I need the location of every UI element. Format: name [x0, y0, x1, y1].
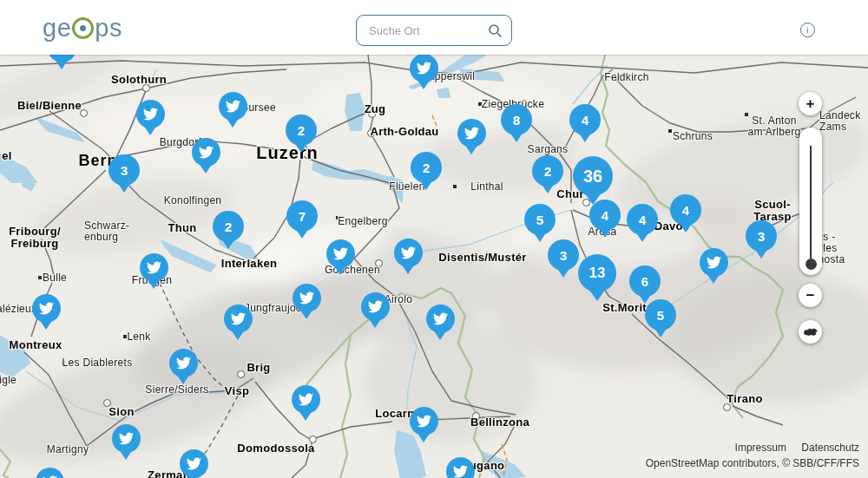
tweet-marker[interactable]: [169, 349, 198, 384]
map-label: Schruns: [673, 131, 713, 142]
cluster-count: 4: [639, 213, 646, 227]
twitter-bird-icon: [299, 291, 314, 305]
tweet-marker[interactable]: [140, 253, 168, 289]
cluster-marker[interactable]: 7: [286, 200, 318, 239]
cluster-count: 3: [758, 229, 765, 244]
map-label: Domodossola: [237, 442, 314, 455]
tweet-marker[interactable]: [36, 468, 64, 478]
zoom-slider-handle[interactable]: [806, 259, 817, 270]
cluster-count: 2: [544, 164, 551, 179]
zoom-in-button[interactable]: +: [799, 92, 822, 115]
map-label: Biel/Bienne: [17, 100, 82, 112]
tweet-marker[interactable]: [426, 304, 455, 340]
tweet-marker[interactable]: [136, 100, 165, 135]
tweet-marker[interactable]: [292, 385, 320, 421]
cluster-marker[interactable]: 4: [670, 194, 701, 232]
cluster-count: 36: [583, 167, 602, 187]
twitter-bird-icon: [401, 246, 416, 260]
datenschutz-link[interactable]: Datenschutz: [801, 442, 859, 454]
cluster-marker[interactable]: 2: [411, 152, 442, 190]
map-label: Arth-Goldau: [370, 126, 438, 138]
impressum-link[interactable]: Impressum: [735, 442, 786, 454]
tweet-marker[interactable]: [410, 407, 438, 442]
twitter-bird-icon: [433, 311, 448, 326]
geops-ring-dot: [80, 25, 86, 31]
tweet-marker[interactable]: [224, 304, 253, 340]
cluster-marker[interactable]: 3: [108, 154, 140, 193]
cluster-count: 2: [298, 123, 305, 138]
map-canvas[interactable]: SolothurnBiel/BienneBernLuzernZugArth-Go…: [0, 55, 868, 478]
map-label: Landeck Zams: [819, 110, 860, 133]
tweet-marker[interactable]: [48, 55, 76, 69]
twitter-bird-icon: [55, 55, 69, 56]
cluster-marker[interactable]: 8: [501, 104, 532, 142]
map-label: Thun: [168, 222, 197, 234]
cluster-marker[interactable]: 5: [524, 204, 556, 242]
cluster-marker[interactable]: 36: [573, 156, 613, 205]
search-input[interactable]: [367, 23, 488, 38]
map-label: Feldkirch: [604, 72, 648, 83]
twitter-bird-icon: [453, 464, 468, 478]
cluster-marker[interactable]: 4: [569, 104, 601, 142]
cluster-count: 13: [589, 265, 606, 282]
map-layer: SolothurnBiel/BienneBernLuzernZugArth-Go…: [0, 55, 868, 478]
map-label: Konolfingen: [164, 195, 222, 206]
tweet-marker[interactable]: [394, 239, 423, 274]
logo-text-ps: ps: [95, 14, 122, 43]
tweet-marker[interactable]: [192, 138, 220, 174]
cluster-marker[interactable]: 4: [589, 200, 621, 238]
tweet-marker[interactable]: [180, 449, 208, 478]
tweet-marker[interactable]: [446, 457, 475, 478]
tweet-marker[interactable]: [293, 284, 321, 319]
tweet-marker[interactable]: [219, 92, 247, 128]
tweet-marker[interactable]: [326, 239, 355, 275]
map-label: Bulle: [43, 272, 67, 284]
map-label: Linthal: [470, 181, 503, 193]
map-label: el: [2, 150, 11, 162]
info-button[interactable]: i: [800, 23, 815, 37]
tweet-marker[interactable]: [457, 119, 486, 154]
twitter-bird-icon: [39, 301, 54, 316]
twitter-bird-icon: [147, 260, 161, 275]
footer-links: Impressum Datenschutz: [723, 442, 859, 454]
tweet-marker[interactable]: [700, 248, 728, 284]
zoom-out-button[interactable]: −: [799, 284, 822, 307]
twitter-bird-icon: [231, 311, 246, 326]
map-attribution: OpenStreetMap contributors, © SBB/CFF/FF…: [646, 457, 859, 469]
map-label: Martigny: [47, 444, 89, 455]
cluster-marker[interactable]: 2: [286, 115, 317, 153]
twitter-bird-icon: [43, 475, 57, 478]
twitter-bird-icon: [299, 392, 313, 407]
cluster-count: 4: [602, 208, 608, 223]
tweet-marker[interactable]: [361, 292, 390, 328]
twitter-bird-icon: [417, 61, 431, 75]
tweet-marker[interactable]: [410, 55, 438, 89]
fit-switzerland-button[interactable]: [799, 320, 822, 344]
cluster-marker[interactable]: 3: [548, 239, 579, 278]
cluster-marker[interactable]: 5: [645, 299, 676, 337]
geops-logo[interactable]: geps: [43, 14, 122, 43]
cluster-marker[interactable]: 4: [627, 204, 658, 242]
twitter-bird-icon: [707, 255, 721, 270]
cluster-marker[interactable]: 2: [532, 155, 563, 193]
cluster-marker[interactable]: 3: [746, 220, 777, 259]
twitter-bird-icon: [143, 107, 158, 121]
search-icon[interactable]: [488, 23, 503, 38]
cluster-count: 2: [225, 219, 232, 234]
zoom-slider[interactable]: [799, 128, 822, 275]
tweet-marker[interactable]: [112, 424, 141, 460]
cluster-marker[interactable]: 6: [629, 265, 661, 304]
cluster-count: 2: [423, 160, 430, 175]
map-label: Solothurn: [111, 74, 167, 86]
tweet-marker[interactable]: [32, 294, 61, 330]
cluster-marker[interactable]: 2: [213, 211, 244, 249]
twitter-bird-icon: [199, 145, 214, 160]
twitter-bird-icon: [417, 414, 431, 429]
map-label: Interlaken: [221, 258, 277, 270]
map-label: Scuol- Tarasp: [753, 199, 791, 224]
map-label: Bellinzona: [470, 416, 529, 429]
cluster-marker[interactable]: 13: [578, 254, 616, 301]
map-label: Lenk: [127, 331, 150, 343]
logo-text-ge: ge: [43, 14, 71, 43]
map-label: Visp: [225, 385, 249, 397]
